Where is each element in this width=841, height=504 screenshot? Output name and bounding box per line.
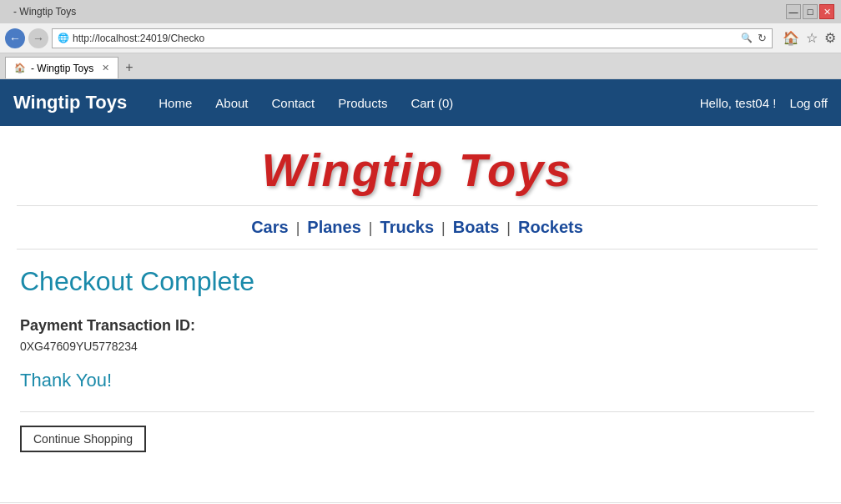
category-rockets[interactable]: Rockets	[518, 218, 583, 236]
nav-right: Hello, test04 ! Log off	[700, 96, 828, 110]
title-bar: - Wingtip Toys — □ ✕	[0, 0, 841, 23]
active-tab[interactable]: 🏠 - Wingtip Toys ✕	[5, 57, 118, 78]
nav-contact[interactable]: Contact	[259, 79, 326, 126]
site-brand[interactable]: Wingtip Toys	[13, 92, 127, 113]
forward-button[interactable]: →	[28, 28, 48, 48]
maximize-button[interactable]: □	[803, 4, 818, 19]
sep-4: |	[506, 219, 511, 236]
main-content: Wingtip Toys Cars | Planes | Trucks | Bo…	[0, 126, 834, 469]
home-icon[interactable]: 🏠	[783, 30, 799, 46]
category-boats[interactable]: Boats	[453, 218, 500, 236]
settings-icon[interactable]: ⚙	[824, 30, 836, 46]
nav-cart[interactable]: Cart (0)	[399, 79, 465, 126]
address-bar[interactable]: 🌐 http://localhost:24019/Checko 🔍 ↻	[52, 28, 773, 48]
nav-about[interactable]: About	[204, 79, 259, 126]
address-text: http://localhost:24019/Checko	[73, 33, 741, 44]
address-icon: 🌐	[58, 33, 69, 43]
checkout-title: Checkout Complete	[20, 266, 814, 297]
category-links: Cars | Planes | Trucks | Boats | Rockets	[17, 206, 818, 249]
thank-you-text: Thank You!	[20, 370, 814, 391]
browser-chrome: - Wingtip Toys — □ ✕ ← → 🌐 http://localh…	[0, 0, 841, 79]
checkout-section: Checkout Complete Payment Transaction ID…	[17, 249, 818, 469]
logo-area: Wingtip Toys	[17, 126, 818, 206]
category-cars[interactable]: Cars	[251, 218, 288, 236]
page: Wingtip Toys Home About Contact Products…	[0, 79, 841, 504]
continue-shopping-button[interactable]: Continue Shopping	[20, 426, 146, 452]
divider	[20, 411, 814, 412]
window-controls: — □ ✕	[786, 4, 834, 19]
nav-home[interactable]: Home	[147, 79, 204, 126]
nav-links: Home About Contact Products Cart (0)	[147, 79, 699, 126]
tab-title: - Wingtip Toys	[31, 63, 93, 74]
star-icon[interactable]: ☆	[806, 30, 818, 46]
new-tab-button[interactable]: +	[120, 57, 138, 78]
sep-3: |	[441, 219, 446, 236]
user-greeting: Hello, test04 !	[700, 96, 777, 110]
log-off-link[interactable]: Log off	[789, 96, 828, 110]
nav-bar: ← → 🌐 http://localhost:24019/Checko 🔍 ↻ …	[0, 23, 841, 53]
nav-products[interactable]: Products	[326, 79, 399, 126]
site-nav: Wingtip Toys Home About Contact Products…	[0, 79, 841, 126]
sep-1: |	[296, 219, 300, 236]
refresh-button[interactable]: ↻	[758, 32, 767, 44]
tab-close-button[interactable]: ✕	[102, 63, 109, 73]
tab-favicon: 🏠	[14, 63, 26, 73]
toolbar-icons: 🏠 ☆ ⚙	[783, 30, 836, 46]
tab-bar: 🏠 - Wingtip Toys ✕ +	[0, 53, 841, 78]
close-button[interactable]: ✕	[819, 4, 834, 19]
sep-2: |	[369, 219, 373, 236]
transaction-id: 0XG47609YU5778234	[20, 340, 814, 353]
window-title: - Wingtip Toys	[13, 6, 76, 18]
back-button[interactable]: ←	[5, 28, 25, 48]
payment-label: Payment Transaction ID:	[20, 317, 814, 335]
minimize-button[interactable]: —	[786, 4, 801, 19]
site-logo: Wingtip Toys	[17, 143, 818, 197]
search-icon: 🔍	[741, 33, 753, 43]
category-planes[interactable]: Planes	[307, 218, 360, 236]
category-trucks[interactable]: Trucks	[380, 218, 434, 236]
